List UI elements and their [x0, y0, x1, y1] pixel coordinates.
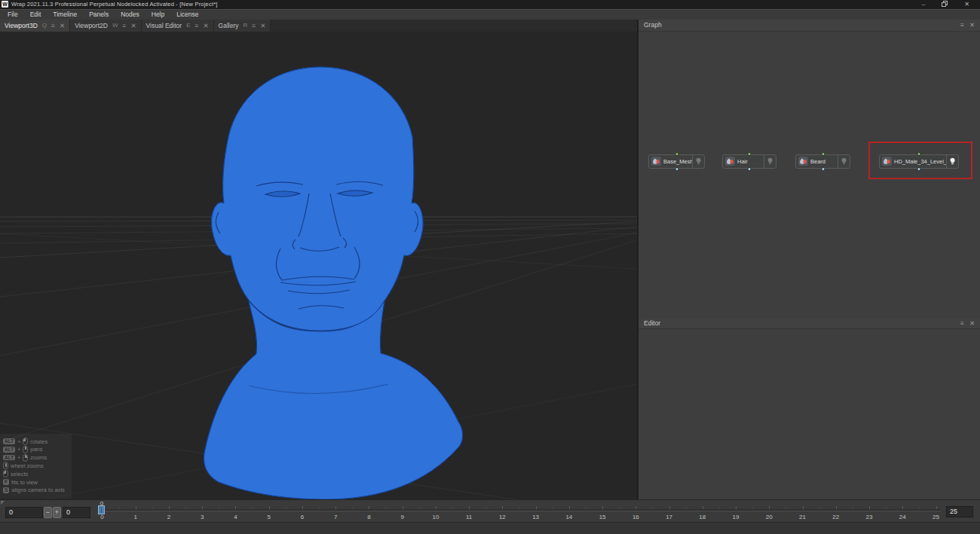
- tab-close-icon[interactable]: ✕: [60, 23, 65, 29]
- panel-close-icon[interactable]: ✕: [969, 21, 975, 29]
- menu-item-license[interactable]: License: [170, 10, 204, 20]
- graph-node-beard[interactable]: Beard: [795, 154, 850, 169]
- timeline-minor-tick: [819, 508, 820, 509]
- node-input-connector[interactable]: [821, 167, 825, 171]
- tab-menu-icon[interactable]: ≡: [252, 23, 256, 29]
- timeline-frame-label: 1: [128, 514, 143, 520]
- tab-label: Viewport2D: [75, 22, 108, 29]
- graph-node-base_mesh[interactable]: Base_Mesh: [648, 154, 705, 169]
- tab-close-icon[interactable]: ✕: [260, 23, 265, 29]
- timeline-minor-tick: [586, 508, 586, 509]
- menu-item-nodes[interactable]: Nodes: [115, 10, 145, 20]
- viewport-tab-bar: Viewport3DQ≡✕Viewport2DW≡✕Visual EditorE…: [0, 20, 637, 32]
- timeline-tick: [635, 506, 636, 509]
- timeline-minor-tick: [352, 508, 353, 509]
- panel-menu-icon[interactable]: ≡: [960, 319, 964, 327]
- node-output-connector[interactable]: [748, 152, 752, 156]
- timeline-minor-tick: [919, 508, 920, 509]
- editor-panel-header: Editor ≡ ✕: [639, 319, 980, 329]
- timeline-frame-label: 12: [495, 514, 510, 520]
- main-area: Viewport3DQ≡✕Viewport2DW≡✕Visual EditorE…: [0, 20, 980, 499]
- shortcut-row: Ffits to view: [3, 478, 72, 487]
- node-input-connector[interactable]: [675, 167, 678, 171]
- node-visibility-bulb[interactable]: [764, 155, 776, 168]
- timeline-frame-label: 9: [395, 514, 410, 520]
- timeline-tick: [669, 506, 670, 509]
- menu-item-timeline[interactable]: Timeline: [47, 10, 83, 20]
- tab-menu-icon[interactable]: ≡: [122, 23, 126, 29]
- panel-menu-icon[interactable]: ≡: [960, 21, 964, 29]
- menu-item-help[interactable]: Help: [145, 10, 170, 20]
- mouse-left-icon: [3, 470, 8, 478]
- timeline-minor-tick: [752, 508, 753, 509]
- tab-close-icon[interactable]: ✕: [130, 23, 136, 29]
- menu-item-edit[interactable]: Edit: [24, 10, 47, 20]
- shortcut-row: Saligns camera to axis: [3, 486, 72, 494]
- timeline-frame-label: 19: [728, 514, 743, 520]
- geometry-icon: [725, 157, 735, 166]
- node-graph-canvas[interactable]: Base_Mesh Hair Beard HD_Male_34_Level_1: [639, 32, 980, 319]
- tab-gallery[interactable]: GalleryR≡✕: [214, 20, 271, 32]
- viewport3d[interactable]: ALT+rotatesALT+pansALT+zoomswheel zoomss…: [0, 32, 637, 499]
- head-mesh[interactable]: [204, 67, 463, 499]
- tab-menu-icon[interactable]: ≡: [51, 23, 55, 29]
- timeline-minor-tick: [553, 508, 553, 509]
- frame-secondary-input[interactable]: [63, 507, 90, 518]
- tab-viewport2d[interactable]: Viewport2DW≡✕: [70, 20, 141, 32]
- end-frame-input[interactable]: [946, 506, 973, 517]
- node-input-connector[interactable]: [748, 167, 752, 171]
- timeline-tick: [369, 506, 369, 509]
- node-visibility-bulb[interactable]: [946, 155, 958, 168]
- menu-item-panels[interactable]: Panels: [83, 10, 115, 20]
- tab-viewport3d[interactable]: Viewport3DQ≡✕: [0, 20, 70, 32]
- tab-close-icon[interactable]: ✕: [203, 23, 208, 29]
- tab-visual-editor[interactable]: Visual EditorE≡✕: [142, 20, 214, 32]
- timeline-bar: − + 012345678910111213141516171819202122…: [0, 499, 980, 523]
- tab-shortcut-key: Q: [42, 22, 47, 29]
- timeline-minor-tick: [219, 508, 219, 509]
- graph-node-hair[interactable]: Hair: [722, 154, 776, 169]
- frame-increment-button[interactable]: +: [53, 507, 61, 518]
- frame-decrement-button[interactable]: −: [44, 507, 52, 518]
- timeline-tick: [269, 506, 270, 509]
- window-controls: – ✕: [922, 1, 980, 8]
- timeline-minor-tick: [386, 508, 387, 509]
- mouse-left-icon: [23, 438, 28, 445]
- node-visibility-bulb[interactable]: [838, 155, 850, 168]
- node-name-label: Beard: [809, 158, 838, 165]
- resize-grip-icon[interactable]: [1, 501, 5, 505]
- graph-node-hd_male_34_level_1[interactable]: HD_Male_34_Level_1: [879, 154, 959, 169]
- mouse-middle-icon: [23, 446, 28, 453]
- close-button[interactable]: ✕: [964, 2, 969, 8]
- timeline-frame-label: 0: [95, 514, 110, 520]
- timeline-tick: [936, 506, 937, 509]
- tab-menu-icon[interactable]: ≡: [195, 23, 199, 29]
- timeline-playhead[interactable]: [98, 505, 105, 514]
- timeline-tick: [703, 506, 703, 509]
- timeline-minor-tick: [485, 508, 486, 509]
- shortcut-label: aligns camera to axis: [11, 487, 64, 493]
- timeline-tick: [202, 506, 203, 509]
- node-visibility-bulb[interactable]: [692, 155, 704, 168]
- timeline-tick: [869, 506, 870, 509]
- timeline-minor-tick: [152, 508, 153, 509]
- tab-label: Visual Editor: [146, 22, 182, 29]
- panel-close-icon[interactable]: ✕: [969, 319, 975, 327]
- left-column: Viewport3DQ≡✕Viewport2DW≡✕Visual EditorE…: [0, 20, 637, 499]
- timeline-frame-label: 6: [295, 514, 310, 520]
- current-frame-input[interactable]: [5, 507, 43, 518]
- node-input-connector[interactable]: [917, 167, 921, 171]
- timeline-tick: [136, 506, 136, 509]
- 3d-scene: [0, 32, 637, 499]
- timeline-minor-tick: [185, 508, 186, 509]
- timeline-minor-tick: [619, 508, 620, 509]
- node-output-connector[interactable]: [675, 152, 678, 156]
- restore-button[interactable]: [942, 1, 948, 8]
- timeline-track[interactable]: [98, 509, 941, 511]
- minimize-button[interactable]: –: [922, 2, 925, 8]
- tab-label: Viewport3D: [5, 22, 38, 29]
- node-output-connector[interactable]: [821, 152, 825, 156]
- timeline-minor-tick: [519, 508, 520, 509]
- node-output-connector[interactable]: [917, 152, 921, 156]
- menu-item-file[interactable]: File: [2, 10, 24, 20]
